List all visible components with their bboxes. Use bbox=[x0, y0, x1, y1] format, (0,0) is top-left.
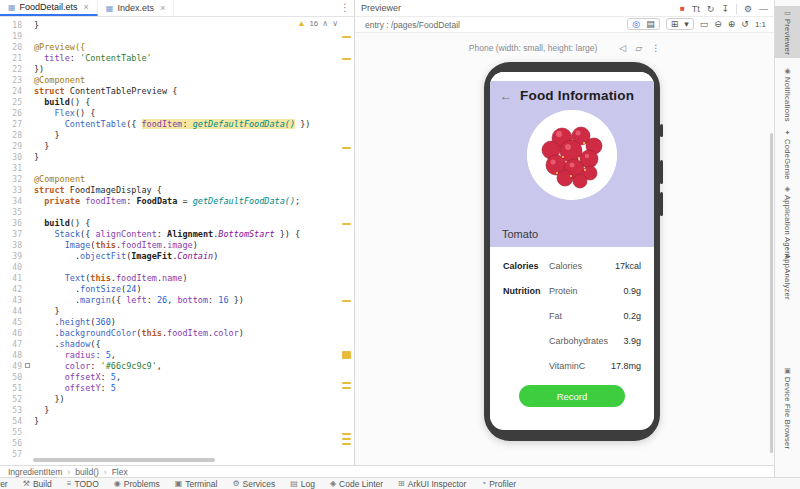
breadcrumb-item[interactable]: IngredientItem bbox=[8, 467, 62, 477]
code-line[interactable]: 56 bbox=[0, 438, 340, 449]
close-icon[interactable]: × bbox=[160, 3, 165, 13]
warning-mark[interactable] bbox=[342, 443, 351, 445]
zoom-in-icon[interactable]: ⊕ bbox=[728, 19, 736, 29]
prev-warning-icon[interactable]: ∧ bbox=[322, 19, 328, 28]
gutter[interactable] bbox=[22, 119, 34, 130]
gutter[interactable] bbox=[22, 141, 34, 152]
gutter[interactable] bbox=[22, 75, 34, 86]
gutter[interactable] bbox=[22, 361, 34, 372]
code-line[interactable]: 48 radius: 5, bbox=[0, 350, 340, 361]
gutter[interactable] bbox=[22, 251, 34, 262]
download-icon[interactable]: ↧ bbox=[721, 4, 729, 14]
statusbar-item-build[interactable]: ⚒Build bbox=[23, 479, 52, 489]
gutter[interactable] bbox=[22, 405, 34, 416]
zoom-out-icon[interactable]: ⊖ bbox=[714, 19, 722, 29]
gutter[interactable] bbox=[22, 31, 34, 42]
text-size-icon[interactable]: Tt bbox=[692, 4, 700, 14]
warning-mark[interactable] bbox=[342, 387, 351, 389]
warning-mark[interactable] bbox=[342, 300, 351, 302]
gutter[interactable] bbox=[22, 130, 34, 141]
code-line[interactable]: 25 build() { bbox=[0, 97, 340, 108]
gutter[interactable] bbox=[22, 218, 34, 229]
code-line[interactable]: 37 Stack({ alignContent: Alignment.Botto… bbox=[0, 229, 340, 240]
tab-fooddetail[interactable]: ▦ FoodDetail.ets × bbox=[0, 0, 98, 16]
statusbar-item-code-linter[interactable]: ◈Code Linter bbox=[330, 479, 383, 489]
dropdown-icon[interactable]: ▾ bbox=[684, 19, 689, 29]
code-line[interactable]: 19 bbox=[0, 31, 340, 42]
gutter[interactable] bbox=[22, 438, 34, 449]
zoom-ratio[interactable]: 1:1 bbox=[755, 20, 766, 29]
code-line[interactable]: 34 private foodItem: FoodData = getDefau… bbox=[0, 196, 340, 207]
gutter[interactable] bbox=[22, 328, 34, 339]
gutter[interactable] bbox=[22, 350, 34, 361]
statusbar-item-todo[interactable]: ≡TODO bbox=[67, 479, 99, 489]
warning-mark[interactable] bbox=[342, 147, 351, 149]
gutter[interactable] bbox=[22, 86, 34, 97]
gutter[interactable] bbox=[22, 196, 34, 207]
code-line[interactable]: 30} bbox=[0, 152, 340, 163]
next-warning-icon[interactable]: ∨ bbox=[332, 19, 338, 28]
warning-mark[interactable] bbox=[342, 433, 351, 435]
statusbar-item-problems[interactable]: ◉Problems bbox=[114, 479, 160, 489]
rail-item-codegenie[interactable]: ✦ CodeGenie bbox=[775, 126, 800, 183]
warning-mark[interactable] bbox=[342, 382, 351, 384]
rail-item-device-file-browser[interactable]: ▣ Device File Browser bbox=[775, 364, 800, 452]
code-line[interactable]: 21 title: 'ContentTable' bbox=[0, 53, 340, 64]
gutter[interactable] bbox=[22, 152, 34, 163]
settings-icon[interactable]: ⚙ bbox=[744, 4, 752, 14]
horizontal-scrollbar[interactable] bbox=[33, 458, 215, 462]
gutter[interactable] bbox=[22, 317, 34, 328]
code-line[interactable]: 49 color: '#66c9c9c9', bbox=[0, 361, 340, 372]
rail-item-previewer[interactable]: ▭ Previewer bbox=[775, 6, 800, 58]
gutter[interactable] bbox=[22, 240, 34, 251]
breadcrumb-item[interactable]: Flex bbox=[112, 467, 128, 477]
code-line[interactable]: 51 offsetY: 5 bbox=[0, 383, 340, 394]
statusbar-item-terminal[interactable]: ▣Terminal bbox=[175, 479, 218, 489]
rail-item-appanalyzer[interactable]: ◔ AppAnalyzer bbox=[775, 242, 800, 303]
rotate-icon[interactable]: ↺ bbox=[741, 19, 749, 29]
more-icon[interactable]: ⋮ bbox=[651, 43, 660, 53]
code-editor[interactable]: 18}1920@Preview({21 title: 'ContentTable… bbox=[0, 17, 354, 465]
grid-view-icon[interactable]: ⊞ bbox=[671, 19, 679, 29]
gutter[interactable] bbox=[22, 20, 34, 31]
close-icon[interactable]: × bbox=[84, 2, 89, 12]
gutter[interactable] bbox=[22, 284, 34, 295]
gutter[interactable] bbox=[22, 262, 34, 273]
code-line[interactable]: 40 bbox=[0, 262, 340, 273]
statusbar-item-log[interactable]: ▤Log bbox=[290, 479, 315, 489]
code-line[interactable]: 44 } bbox=[0, 306, 340, 317]
frame-icon[interactable]: ▭ bbox=[700, 19, 709, 29]
gutter[interactable] bbox=[22, 185, 34, 196]
gutter[interactable] bbox=[22, 42, 34, 53]
code-line[interactable]: 36 build() { bbox=[0, 218, 340, 229]
code-line[interactable]: 42 .fontSize(24) bbox=[0, 284, 340, 295]
code-line[interactable]: 39 .objectFit(ImageFit.Contain) bbox=[0, 251, 340, 262]
statusbar-item-arkui-inspector[interactable]: ⊞ArkUI Inspector bbox=[398, 479, 466, 489]
code-line[interactable]: 28 } bbox=[0, 130, 340, 141]
code-line[interactable]: 45 .height(360) bbox=[0, 317, 340, 328]
tab-options-kebab-icon[interactable]: ⋮ bbox=[340, 2, 350, 13]
code-line[interactable]: 22}) bbox=[0, 64, 340, 75]
rail-item-notifications[interactable]: ◉ Notifications bbox=[775, 64, 800, 125]
code-line[interactable]: 53 } bbox=[0, 405, 340, 416]
warning-mark[interactable] bbox=[342, 223, 351, 225]
warning-mark[interactable] bbox=[342, 36, 351, 38]
code-line[interactable]: 50 offsetX: 5, bbox=[0, 372, 340, 383]
duplicate-icon[interactable]: ▱ bbox=[635, 43, 642, 53]
code-line[interactable]: 32@Component bbox=[0, 174, 340, 185]
gutter[interactable] bbox=[22, 416, 34, 427]
code-line[interactable]: 24struct ContentTablePreview { bbox=[0, 86, 340, 97]
code-line[interactable]: 33struct FoodImageDisplay { bbox=[0, 185, 340, 196]
gutter[interactable] bbox=[22, 383, 34, 394]
code-line[interactable]: 29 } bbox=[0, 141, 340, 152]
statusbar-item-wer[interactable]: wer bbox=[0, 479, 8, 489]
gutter[interactable] bbox=[22, 53, 34, 64]
code-line[interactable]: 35 bbox=[0, 207, 340, 218]
gutter[interactable] bbox=[22, 295, 34, 306]
code-line[interactable]: 52 }) bbox=[0, 394, 340, 405]
gutter[interactable] bbox=[22, 207, 34, 218]
gutter[interactable] bbox=[22, 64, 34, 75]
code-line[interactable]: 47 .shadow({ bbox=[0, 339, 340, 350]
gutter[interactable] bbox=[22, 97, 34, 108]
stop-icon[interactable]: ■ bbox=[680, 4, 685, 13]
